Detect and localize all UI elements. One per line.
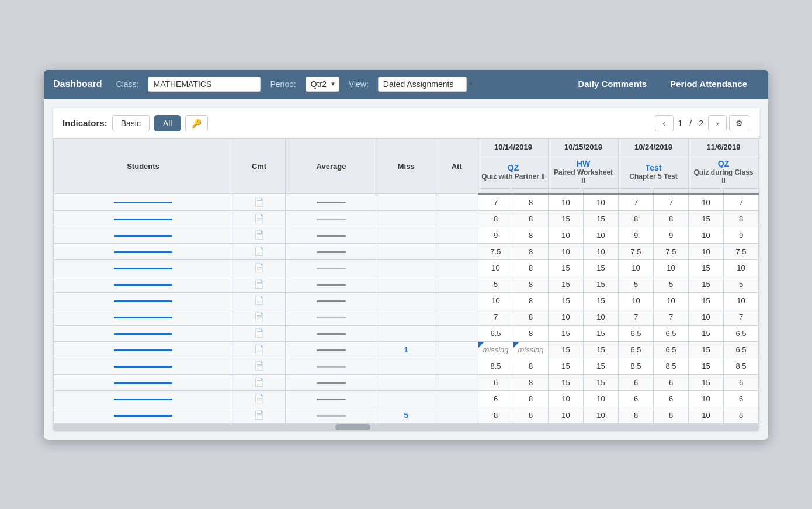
score-cell[interactable]: 8	[513, 276, 549, 292]
score-cell[interactable]: 15	[689, 259, 724, 276]
score-cell[interactable]: 10	[549, 243, 584, 259]
btn-key[interactable]: 🔑	[185, 115, 208, 131]
score-cell[interactable]: 15	[689, 292, 724, 309]
score-cell[interactable]: 7	[724, 194, 759, 211]
score-cell[interactable]: 10	[549, 390, 584, 407]
score-cell[interactable]: 15	[689, 276, 724, 292]
cmt-cell[interactable]: 📄	[233, 227, 286, 243]
score-cell[interactable]: 6.5	[619, 325, 654, 341]
score-cell[interactable]: 6	[478, 374, 513, 390]
score-cell[interactable]: 8.5	[478, 358, 513, 374]
cmt-cell[interactable]: 📄	[233, 276, 286, 292]
score-cell[interactable]: 8	[513, 309, 549, 325]
score-cell[interactable]: 8	[513, 227, 549, 243]
scrollbar-area[interactable]	[53, 424, 759, 431]
score-cell[interactable]: 10	[584, 194, 619, 211]
score-cell[interactable]: 10	[689, 309, 724, 325]
score-cell[interactable]: 10	[724, 259, 759, 276]
score-cell[interactable]: 15	[584, 276, 619, 292]
btn-settings[interactable]: ⚙	[729, 115, 749, 131]
score-cell[interactable]: 6	[478, 390, 513, 407]
score-cell[interactable]: 6	[724, 390, 759, 407]
cmt-cell[interactable]: 📄	[233, 194, 286, 211]
score-cell[interactable]: 15	[584, 358, 619, 374]
score-cell[interactable]: 8	[654, 407, 689, 423]
period-select[interactable]: Qtr2	[306, 77, 339, 92]
score-cell[interactable]: 10	[549, 407, 584, 423]
cmt-cell[interactable]: 📄	[233, 358, 286, 374]
cmt-cell[interactable]: 📄	[233, 259, 286, 276]
score-cell[interactable]: 9	[654, 227, 689, 243]
scrollbar-thumb[interactable]	[335, 424, 370, 430]
cmt-cell[interactable]: 📄	[233, 407, 286, 423]
score-cell[interactable]: 15	[584, 292, 619, 309]
score-cell[interactable]: 8	[619, 407, 654, 423]
score-cell[interactable]: 7.5	[654, 243, 689, 259]
score-cell[interactable]: 10	[584, 227, 619, 243]
score-cell[interactable]: 10	[478, 292, 513, 309]
score-cell[interactable]: 6	[654, 390, 689, 407]
cmt-cell[interactable]: 📄	[233, 374, 286, 390]
btn-all[interactable]: All	[154, 115, 181, 131]
score-cell[interactable]: 15	[549, 374, 584, 390]
view-select[interactable]: Dated Assignments	[378, 77, 467, 92]
nav-period-attendance[interactable]: Period Attendance	[658, 79, 759, 89]
score-cell[interactable]: 8	[513, 358, 549, 374]
score-cell[interactable]: 6	[619, 374, 654, 390]
score-cell[interactable]: 10	[619, 292, 654, 309]
score-cell[interactable]: 10	[549, 194, 584, 211]
score-cell[interactable]: 8	[513, 292, 549, 309]
score-cell[interactable]: 15	[689, 210, 724, 227]
score-cell[interactable]: 7	[654, 309, 689, 325]
score-cell[interactable]: 15	[549, 325, 584, 341]
score-cell[interactable]: 6.5	[724, 341, 759, 358]
score-cell[interactable]: 10	[689, 194, 724, 211]
score-cell[interactable]: 10	[724, 292, 759, 309]
score-cell[interactable]: 9	[724, 227, 759, 243]
score-cell[interactable]: 15	[689, 341, 724, 358]
score-cell[interactable]: 7	[724, 309, 759, 325]
btn-next-page[interactable]: ›	[708, 115, 727, 131]
score-cell[interactable]: 9	[478, 227, 513, 243]
score-cell[interactable]: 8	[513, 194, 549, 211]
score-cell[interactable]: 10	[478, 259, 513, 276]
score-cell[interactable]: 15	[584, 325, 619, 341]
score-cell[interactable]: missing	[478, 341, 513, 358]
score-cell[interactable]: 15	[689, 374, 724, 390]
class-input[interactable]	[148, 77, 261, 92]
score-cell[interactable]: 10	[654, 259, 689, 276]
score-cell[interactable]: 9	[619, 227, 654, 243]
score-cell[interactable]: 15	[584, 374, 619, 390]
score-cell[interactable]: 6	[619, 390, 654, 407]
score-cell[interactable]: 8	[513, 374, 549, 390]
score-cell[interactable]: 7	[478, 194, 513, 211]
score-cell[interactable]: 7.5	[619, 243, 654, 259]
score-cell[interactable]: 15	[549, 358, 584, 374]
score-cell[interactable]: 10	[584, 407, 619, 423]
score-cell[interactable]: 15	[584, 210, 619, 227]
score-cell[interactable]: 6.5	[478, 325, 513, 341]
score-cell[interactable]: 10	[549, 309, 584, 325]
score-cell[interactable]: 15	[549, 210, 584, 227]
cmt-cell[interactable]: 📄	[233, 390, 286, 407]
score-cell[interactable]: 8	[478, 210, 513, 227]
score-cell[interactable]: 15	[549, 341, 584, 358]
cmt-cell[interactable]: 📄	[233, 325, 286, 341]
score-cell[interactable]: 15	[584, 259, 619, 276]
score-cell[interactable]: 8	[654, 210, 689, 227]
score-cell[interactable]: 5	[654, 276, 689, 292]
score-cell[interactable]: 8	[513, 259, 549, 276]
score-cell[interactable]: 8	[478, 407, 513, 423]
score-cell[interactable]: 15	[689, 325, 724, 341]
score-cell[interactable]: 8	[513, 390, 549, 407]
cmt-cell[interactable]: 📄	[233, 210, 286, 227]
score-cell[interactable]: 7	[478, 309, 513, 325]
score-cell[interactable]: 10	[689, 227, 724, 243]
score-cell[interactable]: 15	[549, 259, 584, 276]
score-cell[interactable]: 8	[513, 407, 549, 423]
cmt-cell[interactable]: 📄	[233, 243, 286, 259]
score-cell[interactable]: 5	[619, 276, 654, 292]
score-cell[interactable]: 7.5	[724, 243, 759, 259]
score-cell[interactable]: 8	[513, 210, 549, 227]
score-cell[interactable]: 15	[549, 276, 584, 292]
